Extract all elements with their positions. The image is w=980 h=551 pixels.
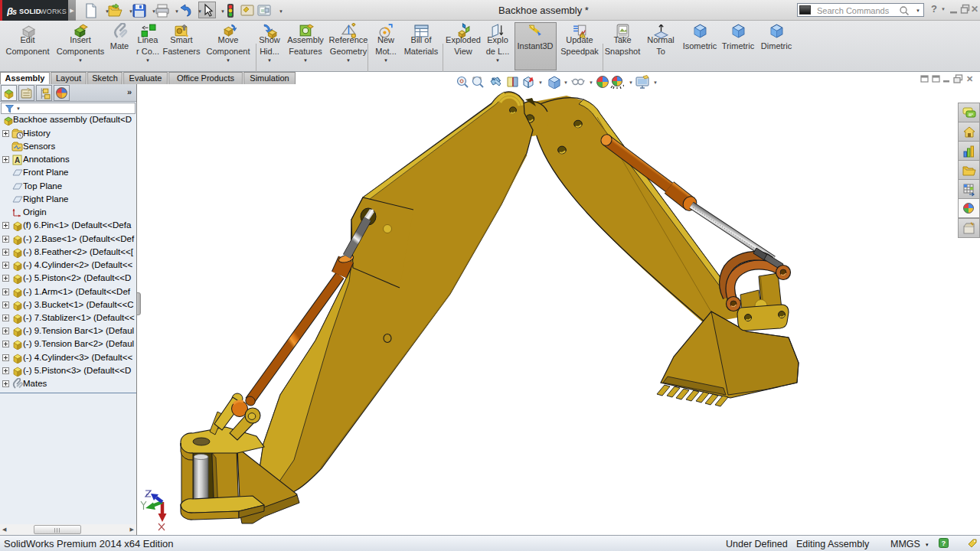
svg-text:SOLID: SOLID	[19, 8, 41, 15]
svg-text:?: ?	[942, 539, 946, 547]
svg-text:A: A	[15, 156, 20, 165]
svg-text:WORKS: WORKS	[40, 8, 67, 15]
svg-text:s: s	[12, 7, 17, 16]
